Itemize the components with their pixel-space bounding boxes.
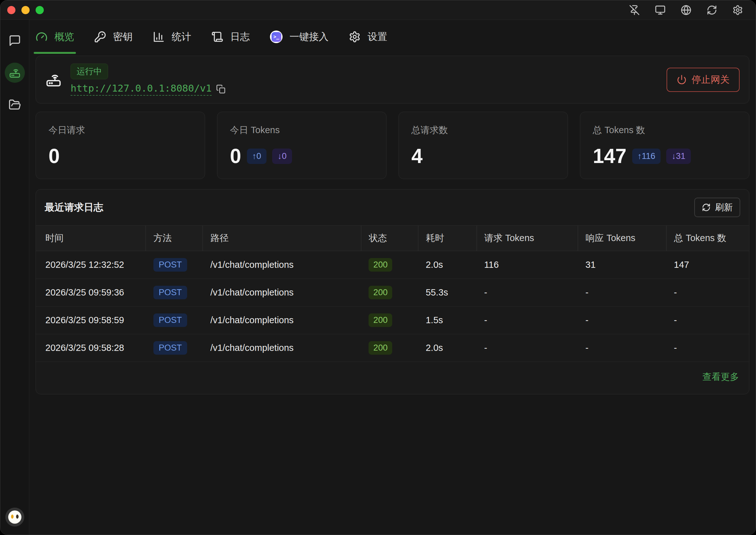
- tab-label: 概览: [54, 30, 74, 43]
- refresh-icon: [702, 203, 711, 212]
- cell-time: 2026/3/25 12:32:52: [36, 251, 146, 279]
- cell-duration: 1.5s: [418, 306, 477, 334]
- overview-content: 运行中 http://127.0.0.1:8080/v1 停止网关: [29, 54, 756, 535]
- input-tokens-badge: ↑0: [247, 149, 267, 164]
- minimize-window-button[interactable]: [21, 6, 30, 14]
- output-tokens-badge: ↓31: [666, 149, 691, 164]
- stat-value: 0: [48, 146, 60, 166]
- stat-label: 总 Tokens 数: [593, 124, 737, 137]
- cell-total-tokens: -: [666, 306, 749, 334]
- input-tokens-badge: ↑116: [632, 149, 661, 164]
- pin-off-icon[interactable]: [629, 5, 640, 15]
- cell-total-tokens: -: [666, 334, 749, 362]
- tab-keys[interactable]: 密钥: [94, 20, 133, 54]
- chat-bubble-icon[interactable]: [9, 34, 21, 47]
- col-duration: 耗时: [418, 226, 477, 251]
- gateway-url-link[interactable]: http://127.0.0.1:8080/v1: [71, 82, 212, 96]
- cell-request-tokens: 116: [477, 251, 578, 279]
- stat-label: 总请求数: [411, 124, 555, 137]
- logs-panel-title: 最近请求日志: [45, 201, 103, 214]
- cell-response-tokens: -: [578, 334, 667, 362]
- col-response-tokens: 响应 Tokens: [578, 226, 667, 251]
- tab-stats[interactable]: 统计: [153, 20, 191, 54]
- app-window: 概览 密钥 统计 日志: [0, 0, 756, 535]
- left-rail: [0, 20, 29, 535]
- tab-label: 设置: [368, 30, 387, 43]
- titlebar-actions: [629, 5, 756, 15]
- terminal-app-icon: >_: [270, 31, 283, 43]
- stat-cards: 今日请求 0 今日 Tokens 0 ↑0 ↓0 总请求数 4: [36, 112, 749, 179]
- table-row[interactable]: 2026/3/25 09:59:36 POST /v1/chat/complet…: [36, 279, 749, 306]
- tab-label: 密钥: [113, 30, 133, 43]
- cell-response-tokens: 31: [578, 251, 667, 279]
- cell-path: /v1/chat/completions: [203, 306, 361, 334]
- status-code-badge: 200: [369, 258, 392, 271]
- cell-duration: 2.0s: [418, 251, 477, 279]
- stat-card-today-tokens: 今日 Tokens 0 ↑0 ↓0: [217, 112, 386, 179]
- gateway-status-card: 运行中 http://127.0.0.1:8080/v1 停止网关: [36, 56, 749, 103]
- close-window-button[interactable]: [7, 6, 15, 14]
- col-total-tokens: 总 Tokens 数: [666, 226, 749, 251]
- col-request-tokens: 请求 Tokens: [477, 226, 578, 251]
- mascot-avatar-image: [8, 510, 21, 524]
- settings-icon[interactable]: [732, 5, 743, 15]
- cell-path: /v1/chat/completions: [203, 251, 361, 279]
- table-header-row: 时间 方法 路径 状态 耗时 请求 Tokens 响应 Tokens 总 Tok…: [36, 226, 749, 251]
- tab-overview[interactable]: 概览: [36, 20, 74, 54]
- copy-icon[interactable]: [216, 84, 226, 94]
- router-icon: [45, 71, 62, 88]
- tab-quick-connect[interactable]: >_ 一键接入: [270, 20, 328, 54]
- table-row[interactable]: 2026/3/25 12:32:52 POST /v1/chat/complet…: [36, 251, 749, 279]
- cell-time: 2026/3/25 09:58:28: [36, 334, 146, 362]
- sync-icon[interactable]: [707, 5, 717, 15]
- method-badge: POST: [153, 313, 187, 327]
- stat-label: 今日请求: [48, 124, 192, 137]
- stop-gateway-button[interactable]: 停止网关: [667, 68, 740, 92]
- gauge-icon: [36, 31, 47, 43]
- cell-time: 2026/3/25 09:58:59: [36, 306, 146, 334]
- cell-request-tokens: -: [477, 279, 578, 306]
- stat-label: 今日 Tokens: [230, 124, 374, 137]
- method-badge: POST: [153, 341, 187, 355]
- cell-path: /v1/chat/completions: [203, 279, 361, 306]
- status-badge: 运行中: [71, 64, 108, 79]
- method-badge: POST: [153, 286, 187, 299]
- scroll-icon: [211, 31, 223, 43]
- sidebar-item-gateway[interactable]: [5, 63, 25, 83]
- stat-value: 4: [411, 146, 423, 166]
- cell-duration: 2.0s: [418, 334, 477, 362]
- recent-logs-panel: 最近请求日志 刷新: [36, 189, 749, 394]
- bar-chart-icon: [153, 31, 165, 43]
- tab-label: 一键接入: [289, 30, 328, 43]
- stat-card-total-tokens: 总 Tokens 数 147 ↑116 ↓31: [580, 112, 749, 179]
- tab-settings[interactable]: 设置: [349, 20, 387, 54]
- globe-icon[interactable]: [681, 5, 691, 15]
- output-tokens-badge: ↓0: [272, 149, 292, 164]
- col-method: 方法: [146, 226, 203, 251]
- stat-card-today-requests: 今日请求 0: [36, 112, 205, 179]
- status-code-badge: 200: [369, 341, 392, 355]
- status-code-badge: 200: [369, 286, 392, 299]
- cell-response-tokens: -: [578, 306, 667, 334]
- folder-open-icon[interactable]: [9, 99, 21, 111]
- gear-icon: [349, 31, 361, 43]
- tab-label: 日志: [230, 30, 250, 43]
- zoom-window-button[interactable]: [36, 6, 44, 14]
- cell-request-tokens: -: [477, 306, 578, 334]
- display-icon[interactable]: [655, 5, 666, 15]
- stat-card-total-requests: 总请求数 4: [399, 112, 568, 179]
- table-row[interactable]: 2026/3/25 09:58:59 POST /v1/chat/complet…: [36, 306, 749, 334]
- refresh-button[interactable]: 刷新: [694, 198, 740, 217]
- method-badge: POST: [153, 258, 187, 271]
- user-avatar[interactable]: [5, 508, 24, 526]
- power-icon: [677, 74, 687, 85]
- table-row[interactable]: 2026/3/25 09:58:28 POST /v1/chat/complet…: [36, 334, 749, 362]
- titlebar: [0, 0, 756, 20]
- stat-value: 0: [230, 146, 241, 166]
- view-more-link[interactable]: 查看更多: [703, 372, 739, 382]
- status-code-badge: 200: [369, 313, 392, 327]
- stop-gateway-label: 停止网关: [692, 73, 730, 86]
- tab-logs[interactable]: 日志: [211, 20, 250, 54]
- router-icon: [9, 67, 21, 79]
- tab-label: 统计: [172, 30, 191, 43]
